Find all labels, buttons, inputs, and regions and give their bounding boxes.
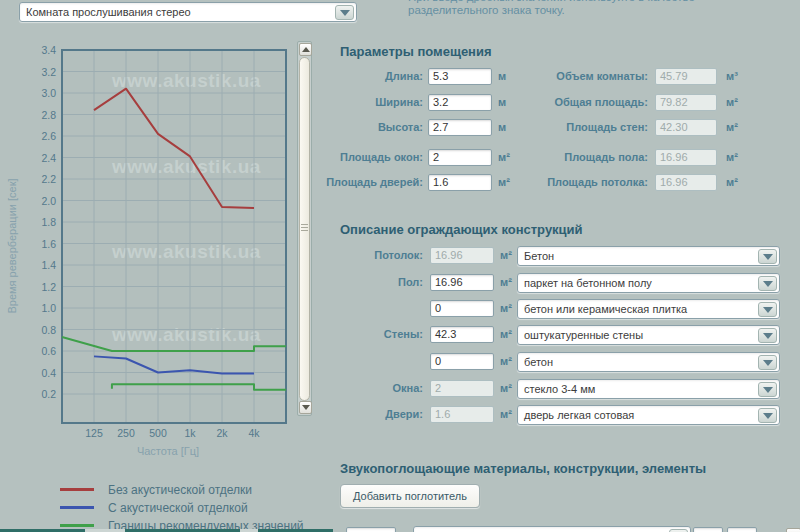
floor-2-material-dropdown[interactable]: бетон или керамическая плитка	[517, 299, 780, 319]
svg-text:3.0: 3.0	[41, 87, 56, 99]
chart-panel-scrollbar[interactable]	[297, 41, 312, 416]
total-area-label: Общая площадь:	[505, 96, 648, 108]
room-params-heading: Параметры помещения	[340, 44, 492, 59]
svg-text:500: 500	[149, 427, 167, 439]
floor-1-area-input[interactable]: 16.96	[430, 274, 494, 291]
total-area-unit: м²	[726, 96, 738, 108]
chevron-down-icon[interactable]	[758, 382, 777, 397]
walls-area-label: Площадь стен:	[505, 121, 648, 133]
svg-text:1.2: 1.2	[41, 281, 56, 293]
walls-1-material-value: оштукатуренные стены	[518, 326, 779, 344]
svg-text:0.4: 0.4	[41, 367, 56, 379]
windows-material-value: стекло 3-4 мм	[518, 380, 779, 398]
absorber-qty-input[interactable]	[693, 527, 723, 532]
floor-area-unit: м²	[726, 151, 738, 163]
doors-label: Двери:	[320, 408, 423, 420]
room-volume-unit: м³	[726, 70, 738, 82]
svg-text:1.6: 1.6	[41, 238, 56, 250]
width-label: Ширина:	[320, 96, 423, 108]
room-preset-dropdown[interactable]: Комната прослушивания стерео	[19, 2, 357, 22]
doors-area-input[interactable]: 1.6	[428, 174, 492, 191]
floor-area-label: Площадь пола:	[505, 151, 648, 163]
svg-text:Время реверберации [сек]: Время реверберации [сек]	[6, 178, 18, 313]
walls-2-material-dropdown[interactable]: бетон	[517, 352, 780, 372]
scroll-down-icon[interactable]	[299, 401, 312, 414]
absorber-material-dropdown[interactable]	[413, 526, 691, 532]
chevron-down-icon[interactable]	[758, 408, 777, 423]
height-label: Высота:	[320, 121, 423, 133]
legend-label: С акустической отделкой	[108, 501, 248, 515]
windows-area-input: 2	[430, 380, 494, 397]
windows-area-input[interactable]: 2	[428, 149, 492, 166]
svg-text:2k: 2k	[216, 427, 228, 439]
room-volume-label: Объем комнаты:	[505, 70, 648, 82]
chevron-down-icon[interactable]	[335, 5, 354, 20]
reverberation-time-chart: www.akustik.uawww.akustik.uawww.akustik.…	[0, 40, 330, 532]
length-input[interactable]: 5.3	[428, 68, 492, 85]
svg-text:3.4: 3.4	[41, 44, 56, 56]
chevron-down-icon[interactable]	[758, 328, 777, 343]
absorbers-heading: Звукопоглощающие материалы, конструкции,…	[340, 461, 706, 476]
svg-text:1k: 1k	[184, 427, 196, 439]
absorber-area-input[interactable]	[346, 527, 396, 532]
walls-area-input: 42.30	[655, 119, 717, 136]
ceiling-area-input: 16.96	[655, 174, 717, 191]
svg-text:0.2: 0.2	[41, 388, 56, 400]
chevron-down-icon[interactable]	[758, 355, 777, 370]
ceiling-unit: м²	[500, 249, 512, 261]
floor-2-material-value: бетон или керамическая плитка	[518, 300, 779, 318]
chevron-down-icon[interactable]	[758, 276, 777, 291]
floor-1-material-dropdown[interactable]: паркет на бетонном полу	[517, 273, 780, 293]
walls-area-unit: м²	[726, 121, 738, 133]
legend-line-swatch	[60, 506, 94, 509]
walls-1-label: Стены:	[320, 328, 423, 340]
chevron-down-icon[interactable]	[758, 302, 777, 317]
note-line: разделительного знака точку.	[408, 4, 768, 17]
svg-text:2.0: 2.0	[41, 195, 56, 207]
doors-area-input: 1.6	[430, 406, 494, 423]
ceiling-area-unit: м²	[726, 176, 738, 188]
legend-line-swatch	[60, 524, 94, 527]
scroll-corner-button[interactable]	[786, 528, 800, 532]
svg-text:www.akustik.ua: www.akustik.ua	[111, 156, 261, 177]
scrollbar-thumb[interactable]	[299, 57, 310, 401]
doors-material-dropdown[interactable]: дверь легкая сотовая	[517, 405, 780, 425]
svg-text:3.2: 3.2	[41, 66, 56, 78]
floor-1-unit: м²	[500, 276, 512, 288]
walls-2-material-value: бетон	[518, 353, 779, 371]
height-input[interactable]: 2.7	[428, 119, 492, 136]
svg-text:125: 125	[85, 427, 103, 439]
svg-text:1.0: 1.0	[41, 302, 56, 314]
windows-area-label: Площадь окон:	[320, 151, 423, 163]
windows-label: Окна:	[320, 382, 423, 394]
svg-text:www.akustik.ua: www.akustik.ua	[111, 324, 261, 345]
add-absorber-button[interactable]: Добавить поглотитель	[340, 484, 480, 508]
svg-text:4k: 4k	[248, 427, 260, 439]
svg-text:2.2: 2.2	[41, 173, 56, 185]
svg-text:Частота [Гц]: Частота [Гц]	[137, 445, 199, 457]
walls-1-material-dropdown[interactable]: оштукатуренные стены	[517, 325, 780, 345]
windows-unit: м²	[500, 382, 512, 394]
ceiling-area-label: Площадь потолка:	[505, 176, 648, 188]
walls-1-area-input[interactable]: 42.3	[430, 326, 494, 343]
length-label: Длина:	[320, 70, 423, 82]
width-input[interactable]: 3.2	[428, 94, 492, 111]
room-volume-input: 45.79	[655, 68, 717, 85]
svg-text:0.6: 0.6	[41, 345, 56, 357]
walls-1-unit: м²	[500, 328, 512, 340]
ceiling-material-value: Бетон	[518, 247, 779, 265]
svg-text:www.akustik.ua: www.akustik.ua	[111, 241, 261, 262]
ceiling-material-dropdown[interactable]: Бетон	[517, 246, 780, 266]
doors-material-value: дверь легкая сотовая	[518, 406, 779, 424]
doors-unit: м²	[500, 408, 512, 420]
legend-label: Без акустической отделки	[108, 483, 252, 497]
windows-material-dropdown[interactable]: стекло 3-4 мм	[517, 379, 780, 399]
absorber-extra-input[interactable]	[727, 527, 757, 532]
ceiling-label: Потолок:	[320, 249, 423, 261]
scroll-up-icon[interactable]	[299, 43, 312, 56]
acoustic-calculator-page: Комната прослушивания стерео При вводе д…	[0, 0, 800, 532]
floor-2-area-input[interactable]: 0	[430, 300, 494, 317]
chevron-down-icon[interactable]	[758, 249, 777, 264]
constructions-heading: Описание ограждающих конструкций	[340, 222, 583, 237]
walls-2-area-input[interactable]: 0	[430, 353, 494, 370]
